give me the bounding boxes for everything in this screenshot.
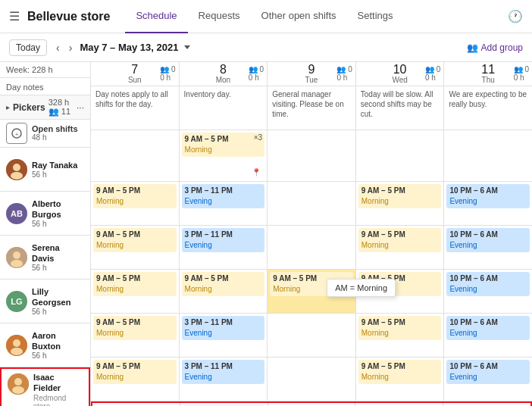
empty-cell: [268, 130, 356, 181]
shift-block[interactable]: 10 PM – 6 AM Evening: [446, 184, 530, 208]
toolbar: Today ‹ › May 7 – May 13, 2021 👥 Add gro…: [0, 33, 532, 62]
shift-cell[interactable]: 9 AM – 5 PM Morning: [180, 403, 268, 406]
shift-cell[interactable]: 3 PM – 11 PM Evening: [180, 314, 268, 357]
shift-cell[interactable]: 3 PM – 11 PM Evening: [180, 358, 268, 401]
shift-block[interactable]: 9 AM – 5 PM Morning: [93, 272, 177, 296]
avatar: [6, 335, 27, 356]
shift-block[interactable]: 10 PM – 6 AM Evening: [446, 360, 530, 384]
isaac-avatar: [8, 373, 29, 395]
today-button[interactable]: Today: [9, 39, 47, 56]
shift-block[interactable]: 9 AM – 5 PM Morning: [182, 133, 265, 157]
shift-block[interactable]: 9 AM – 5 PM Morning: [358, 184, 442, 208]
employee-sidebar: Ray Tanaka 56 h AB Alberto Burgos 56 h S…: [0, 148, 90, 367]
isaac-info: Isaac Fielder Redmond store 8 h: [33, 372, 83, 406]
shift-block[interactable]: 10 PM – 6 AM Evening: [446, 316, 530, 340]
shift-cell[interactable]: 9 AM – 5 PM Morning: [91, 314, 180, 357]
employee-sidebar-row: LG Lilly Georgsen 56 h: [0, 280, 90, 323]
isaac-schedule-row: 9 AM – 5 PM Morning: [91, 401, 532, 406]
svg-text:+: +: [15, 131, 19, 138]
open-shifts-schedule-row: 9 AM – 5 PM Morning ×3📍: [91, 130, 532, 182]
calendar-area: 👥 0 0 h 7 Sun 👥 0 0 h 8 Mon 👥 0 0 h 9 Tu…: [91, 62, 532, 406]
shift-cell[interactable]: 3 PM – 11 PM Evening: [180, 182, 268, 225]
nav-right: 🕐: [508, 9, 523, 23]
employee-schedule-row: 9 AM – 5 PM Morning 9 AM – 5 PM Morning …: [91, 270, 532, 314]
svg-point-9: [13, 339, 20, 347]
shift-block[interactable]: 3 PM – 11 PM Evening: [182, 360, 265, 384]
shift-block[interactable]: 9 AM – 5 PM Morning: [358, 360, 442, 384]
shift-block[interactable]: 9 AM – 5 PM Morning: [93, 228, 177, 252]
shift-block[interactable]: 3 PM – 11 PM Evening: [182, 228, 265, 252]
clock-icon[interactable]: 🕐: [508, 10, 523, 23]
shift-cell[interactable]: 9 AM – 5 PM Morning: [180, 270, 268, 313]
employee-schedule-row: 9 AM – 5 PM Morning 3 PM – 11 PM Evening…: [91, 314, 532, 358]
day-header-9: 👥 0 0 h 9 Tue: [268, 62, 356, 86]
shift-block[interactable]: 9 AM – 5 PM Morning: [358, 316, 442, 340]
shift-block[interactable]: 3 PM – 11 PM Evening: [182, 184, 265, 208]
schedule-rows: 9 AM – 5 PM Morning ×3📍 9 AM – 5 PM Morn…: [91, 130, 532, 406]
shift-cell[interactable]: 10 PM – 6 AM Evening: [444, 358, 532, 401]
add-group-icon: 👥: [467, 42, 478, 53]
avatar: [6, 247, 27, 268]
nav-tab-schedule[interactable]: Schedule: [125, 0, 187, 33]
shift-block[interactable]: 10 PM – 6 AM Evening: [446, 272, 530, 296]
open-shifts-icon: +: [6, 123, 27, 144]
svg-point-13: [12, 386, 24, 394]
shift-cell[interactable]: 9 AM – 5 PM Morning: [91, 358, 180, 401]
empty-cell: [91, 130, 180, 181]
svg-point-4: [11, 172, 23, 180]
shift-cell[interactable]: 10 PM – 6 AM Evening: [444, 270, 532, 313]
pickers-info: 328 h 👥 11: [49, 98, 77, 117]
empty-cell: [268, 182, 356, 225]
shift-block[interactable]: 10 PM – 6 AM Evening: [446, 228, 530, 252]
add-group-button[interactable]: 👥 Add group: [467, 42, 523, 53]
svg-point-10: [11, 348, 23, 355]
hamburger-icon[interactable]: ☰: [9, 9, 20, 23]
pickers-more-button[interactable]: ···: [77, 102, 84, 113]
open-shifts-info: Open shifts 48 h: [32, 123, 78, 142]
day-header-10: 👥 0 0 h 10 Wed: [356, 62, 445, 86]
employee-sidebar-row: Serena Davis 56 h: [0, 236, 90, 280]
shift-cell[interactable]: 9 AM – 5 PM Morning: [356, 358, 445, 401]
week-hours: Week: 228 h: [0, 62, 90, 78]
employee-schedule-row: 9 AM – 5 PM Morning 3 PM – 11 PM Evening…: [91, 358, 532, 401]
isaac-name: Isaac Fielder: [33, 372, 83, 394]
prev-arrow[interactable]: ‹: [52, 39, 64, 56]
employee-schedule-row: 9 AM – 5 PM Morning 3 PM – 11 PM Evening…: [91, 182, 532, 226]
day-note-7: Day notes apply to all shifts for the da…: [91, 86, 180, 130]
empty-cell: [268, 358, 356, 401]
svg-point-3: [13, 164, 20, 171]
shift-cell[interactable]: 10 PM – 6 AM Evening: [444, 182, 532, 225]
shift-cell[interactable]: 9 AM – 5 PM Morning ×3📍: [180, 130, 268, 181]
main-grid: Week: 228 h Day notes ▸ Pickers 328 h 👥 …: [0, 62, 532, 406]
shift-cell[interactable]: 9 AM – 5 PM Morning: [356, 314, 445, 357]
shift-block[interactable]: 9 AM – 5 PM Morning: [182, 272, 265, 296]
nav-tab-settings[interactable]: Settings: [347, 0, 404, 33]
shift-cell[interactable]: 9 AM – 5 PM Morning: [91, 270, 180, 313]
shift-cell[interactable]: 9 AM – 5 PM Morning: [356, 182, 445, 225]
collapse-icon[interactable]: ▸: [6, 103, 10, 111]
left-sidebar: Week: 228 h Day notes ▸ Pickers 328 h 👥 …: [0, 62, 91, 406]
shift-block[interactable]: 9 AM – 5 PM Morning: [93, 184, 177, 208]
shift-block[interactable]: 9 AM – 5 PM Morning: [93, 316, 177, 340]
app-container: ☰ Bellevue store ScheduleRequestsOther o…: [0, 0, 532, 406]
shift-cell[interactable]: 9 AM – 5 PM Morning: [356, 226, 445, 269]
shift-block[interactable]: 3 PM – 11 PM Evening: [182, 316, 265, 340]
empty-cell: [268, 314, 356, 357]
shift-block[interactable]: 9 AM – 5 PM Morning: [358, 228, 442, 252]
shift-cell[interactable]: 10 PM – 6 AM Evening: [444, 314, 532, 357]
today-label: Today: [16, 42, 40, 53]
date-range[interactable]: May 7 – May 13, 2021: [80, 42, 190, 53]
nav-tab-requests[interactable]: Requests: [188, 0, 251, 33]
next-arrow[interactable]: ›: [64, 39, 77, 56]
nav-tab-other-open-shifts[interactable]: Other open shifts: [251, 0, 347, 33]
shift-cell[interactable]: 9 AM – 5 PM Morning: [91, 226, 180, 269]
empty-cell: [355, 403, 443, 406]
svg-point-7: [11, 260, 23, 267]
shift-cell[interactable]: 10 PM – 6 AM Evening: [444, 226, 532, 269]
shift-cell[interactable]: 3 PM – 11 PM Evening: [180, 226, 268, 269]
pickers-label: Pickers: [13, 102, 45, 113]
shift-cell[interactable]: 9 AM – 5 PM Morning: [91, 182, 180, 225]
empty-cell: [444, 130, 532, 181]
shift-block[interactable]: 9 AM – 5 PM Morning: [93, 360, 177, 384]
day-notes-label: Day notes: [0, 78, 90, 95]
